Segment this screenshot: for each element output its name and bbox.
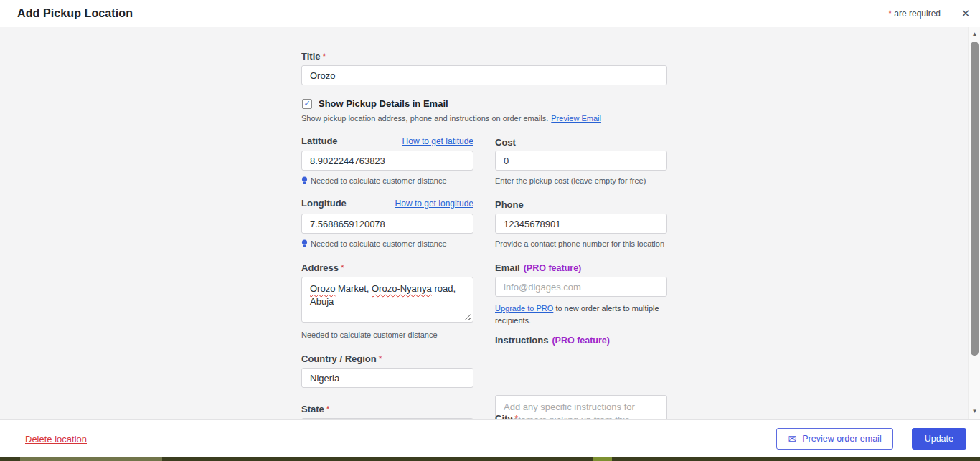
- envelope-icon: ✉: [788, 434, 796, 444]
- modal-footer: Delete location ✉ Preview order email Up…: [0, 419, 980, 457]
- latitude-label: Latitude: [301, 136, 338, 146]
- title-label: Title*: [301, 49, 326, 62]
- instructions-label: Instructions(PRO feature): [495, 333, 610, 346]
- country-label: Country / Region*: [301, 352, 382, 365]
- scrollbar-thumb[interactable]: [971, 42, 979, 356]
- upgrade-to-pro-link[interactable]: Upgrade to PRO: [495, 304, 553, 313]
- title-required-asterisk: *: [323, 52, 326, 62]
- how-to-get-longitude-link[interactable]: How to get longitude: [395, 199, 473, 209]
- lightbulb-icon: [301, 239, 308, 248]
- preview-order-email-label: Preview order email: [802, 434, 881, 444]
- phone-label: Phone: [495, 199, 524, 210]
- required-note-text: are required: [892, 9, 941, 19]
- cost-label: Cost: [495, 137, 516, 148]
- preview-email-link[interactable]: Preview Email: [551, 114, 601, 123]
- preview-order-email-button[interactable]: ✉ Preview order email: [776, 428, 892, 450]
- modal-header: Add Pickup Location * are required ✕: [0, 0, 980, 27]
- page-title: Add Pickup Location: [0, 7, 133, 20]
- email-input[interactable]: [495, 277, 667, 297]
- state-required-asterisk: *: [326, 404, 330, 414]
- add-pickup-location-modal: Add Pickup Location * are required ✕ Tit…: [0, 0, 980, 461]
- email-label: Email(PRO feature): [495, 261, 581, 274]
- bottom-strip-segment: [593, 457, 612, 461]
- update-button[interactable]: Update: [912, 428, 966, 450]
- address-helper: Needed to calculate customer distance: [301, 331, 438, 339]
- cost-input[interactable]: [495, 151, 667, 171]
- latitude-input[interactable]: [301, 151, 473, 171]
- scroll-up-icon[interactable]: ▲: [969, 31, 980, 38]
- form-scroll-area: Title* ✓ Show Pickup Details in Email Sh…: [0, 27, 980, 419]
- address-label: Address*: [301, 261, 344, 274]
- instructions-placeholder: Add any specific instructions for custom…: [504, 401, 659, 419]
- address-text: Orozo Market, Orozo-Nyanya road, Abuja: [310, 282, 465, 308]
- instructions-textarea[interactable]: Add any specific instructions for custom…: [495, 395, 667, 419]
- title-input[interactable]: [301, 65, 667, 85]
- lightbulb-icon: [301, 176, 308, 185]
- country-input[interactable]: [301, 368, 473, 388]
- close-icon[interactable]: ✕: [951, 0, 980, 27]
- phone-helper: Provide a contact phone number for this …: [495, 239, 664, 248]
- address-required-asterisk: *: [341, 263, 344, 273]
- longitude-input[interactable]: [301, 214, 473, 234]
- address-textarea[interactable]: Orozo Market, Orozo-Nyanya road, Abuja: [301, 277, 473, 323]
- phone-input[interactable]: [495, 214, 667, 234]
- longitude-label: Longitude: [301, 198, 347, 209]
- latitude-helper: Needed to calculate customer distance: [311, 176, 447, 185]
- resize-handle-icon[interactable]: [464, 313, 471, 320]
- country-required-asterisk: *: [379, 354, 382, 364]
- longitude-helper: Needed to calculate customer distance: [311, 239, 447, 248]
- delete-location-link[interactable]: Delete location: [25, 434, 87, 445]
- city-required-asterisk: *: [515, 414, 519, 419]
- page-bottom-strip: [0, 457, 980, 461]
- upgrade-note: Upgrade to PRO to new order alerts to mu…: [495, 303, 667, 326]
- bottom-strip-segment: [20, 457, 162, 461]
- show-details-checkbox[interactable]: ✓: [302, 99, 312, 109]
- instructions-pro-badge: (PRO feature): [552, 336, 610, 346]
- scroll-down-icon[interactable]: ▼: [969, 408, 980, 415]
- vertical-scrollbar[interactable]: ▲ ▼: [968, 27, 980, 419]
- state-label: State*: [301, 402, 329, 415]
- required-note: * are required: [888, 9, 951, 19]
- show-details-helper: Show pickup location address, phone and …: [301, 114, 548, 123]
- show-details-label[interactable]: Show Pickup Details in Email: [319, 98, 448, 109]
- city-label: City*: [495, 412, 518, 419]
- how-to-get-latitude-link[interactable]: How to get latitude: [402, 136, 473, 146]
- email-pro-badge: (PRO feature): [524, 263, 582, 273]
- cost-helper: Enter the pickup cost (leave empty for f…: [495, 176, 646, 185]
